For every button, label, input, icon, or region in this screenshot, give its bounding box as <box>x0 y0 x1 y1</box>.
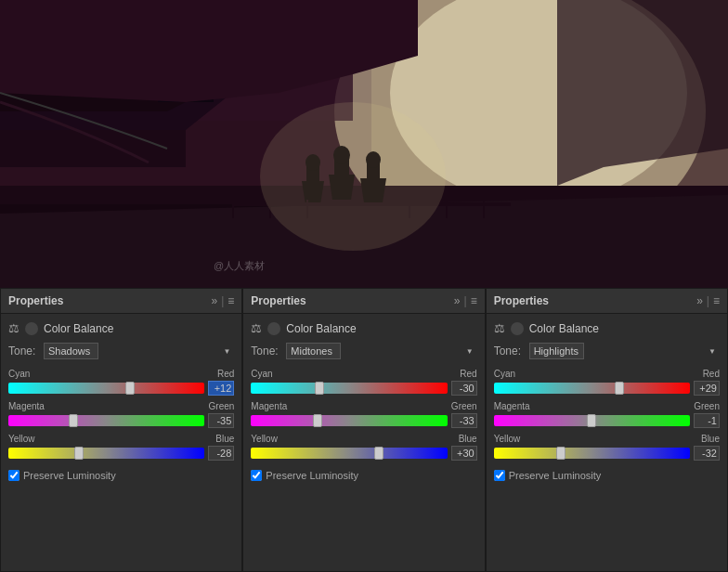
yellow-blue-track-2[interactable] <box>251 448 447 459</box>
cyan-red-row-2: Cyan Red -30 <box>251 369 476 396</box>
tone-row-3: Tone: Shadows Midtones Highlights <box>494 343 720 359</box>
yellow-blue-thumb-3[interactable] <box>556 447 566 460</box>
balance-icon-2: ⚖ <box>251 321 262 335</box>
cyan-red-thumb-2[interactable] <box>315 382 324 395</box>
magenta-label-1: Magenta <box>8 401 45 411</box>
cyan-red-track-3[interactable] <box>494 383 690 394</box>
preserve-row-1: Preserve Luminosity <box>8 470 234 481</box>
cyan-red-row-1: Cyan Red +12 <box>8 369 234 396</box>
preserve-label-3: Preserve Luminosity <box>509 470 602 481</box>
red-label-3: Red <box>703 369 720 379</box>
circle-icon-3 <box>511 322 524 335</box>
red-label-1: Red <box>217 369 234 379</box>
yellow-blue-row-3: Yellow Blue -32 <box>494 434 720 461</box>
balance-icon-3: ⚖ <box>494 321 505 335</box>
svg-rect-22 <box>483 200 485 218</box>
preserve-checkbox-2[interactable] <box>251 470 262 481</box>
magenta-green-thumb-1[interactable] <box>69 414 78 427</box>
panel-shadows-header: Properties » | ≡ <box>1 289 241 314</box>
magenta-green-slider-container-2: -33 <box>251 413 476 428</box>
cyan-red-thumb-1[interactable] <box>125 382 135 395</box>
yellow-blue-slider-container-2: +30 <box>251 446 476 461</box>
tone-label-3: Tone: <box>494 344 524 358</box>
cyan-red-slider-container-1: +12 <box>8 381 234 396</box>
balance-icon-1: ⚖ <box>8 321 20 335</box>
preserve-checkbox-1[interactable] <box>8 470 20 481</box>
preserve-row-2: Preserve Luminosity <box>251 470 476 481</box>
tone-select-wrapper-2: Shadows Midtones Highlights <box>286 343 476 359</box>
magenta-green-row-3: Magenta Green -1 <box>494 401 720 428</box>
cyan-red-row-3: Cyan Red +29 <box>494 369 720 396</box>
yellow-blue-value-2[interactable]: +30 <box>451 446 477 461</box>
yellow-blue-value-1[interactable]: -28 <box>208 446 234 461</box>
panel-highlights-header-icons: » | ≡ <box>696 294 720 307</box>
yellow-label-2: Yellow <box>251 434 278 444</box>
tone-select-3[interactable]: Shadows Midtones Highlights <box>529 343 584 359</box>
image-canvas: @人人素材 <box>0 0 728 288</box>
circle-icon-2 <box>267 322 280 335</box>
green-label-1: Green <box>209 401 235 411</box>
tone-label-2: Tone: <box>251 344 280 358</box>
yellow-blue-value-3[interactable]: -32 <box>694 446 720 461</box>
magenta-green-value-3[interactable]: -1 <box>694 413 720 428</box>
panel-midtones-header: Properties » | ≡ <box>243 289 484 314</box>
tone-row-1: Tone: Shadows Midtones Highlights <box>8 343 234 359</box>
yellow-blue-row-2: Yellow Blue +30 <box>251 434 476 461</box>
magenta-green-track-1[interactable] <box>8 415 204 426</box>
cyan-red-track-2[interactable] <box>251 383 447 394</box>
preserve-label-2: Preserve Luminosity <box>266 470 358 481</box>
cyan-red-value-1[interactable]: +12 <box>208 381 234 396</box>
magenta-green-slider-container-3: -1 <box>494 413 720 428</box>
expand-icon[interactable]: » <box>212 294 218 307</box>
preserve-checkbox-3[interactable] <box>494 470 505 481</box>
svg-rect-21 <box>446 200 448 218</box>
yellow-label-1: Yellow <box>8 434 35 444</box>
cyan-label-1: Cyan <box>8 369 30 379</box>
yellow-blue-track-1[interactable] <box>8 448 204 459</box>
magenta-green-thumb-2[interactable] <box>313 414 322 427</box>
menu-icon-2[interactable]: ≡ <box>471 294 477 307</box>
magenta-label-3: Magenta <box>494 401 530 411</box>
menu-icon-3[interactable]: ≡ <box>713 294 720 307</box>
panel-shadows-header-icons: » | ≡ <box>212 294 235 307</box>
expand-icon-3[interactable]: » <box>696 294 703 307</box>
cyan-red-thumb-3[interactable] <box>615 382 624 395</box>
yellow-blue-slider-container-3: -32 <box>494 446 720 461</box>
cyan-label-3: Cyan <box>494 369 515 379</box>
yellow-blue-track-3[interactable] <box>494 448 690 459</box>
tone-select-wrapper-3: Shadows Midtones Highlights <box>529 343 720 359</box>
color-balance-label-2: Color Balance <box>286 322 356 335</box>
panel-highlights-title: Properties <box>494 294 549 307</box>
color-balance-label-1: Color Balance <box>44 322 113 335</box>
magenta-green-row-1: Magenta Green -35 <box>8 401 234 428</box>
cyan-red-value-3[interactable]: +29 <box>694 381 720 396</box>
cyan-label-2: Cyan <box>251 369 272 379</box>
svg-rect-17 <box>232 200 234 218</box>
cyan-red-slider-container-3: +29 <box>494 381 720 396</box>
panel-midtones-header-icons: » | ≡ <box>454 294 477 307</box>
red-label-2: Red <box>460 369 476 379</box>
magenta-green-track-3[interactable] <box>494 415 690 426</box>
magenta-green-track-2[interactable] <box>251 415 447 426</box>
green-label-2: Green <box>451 401 477 411</box>
tone-select-2[interactable]: Shadows Midtones Highlights <box>286 343 341 359</box>
green-label-3: Green <box>694 401 720 411</box>
svg-point-23 <box>260 102 446 251</box>
magenta-green-thumb-3[interactable] <box>587 414 596 427</box>
panel-midtones-title: Properties <box>251 294 306 307</box>
magenta-green-value-1[interactable]: -35 <box>208 413 234 428</box>
yellow-blue-thumb-1[interactable] <box>74 447 84 460</box>
expand-icon-2[interactable]: » <box>454 294 461 307</box>
panel-highlights: Properties » | ≡ ⚖ Color Balance Tone: S… <box>486 288 728 572</box>
preserve-label-1: Preserve Luminosity <box>23 470 116 481</box>
cyan-red-value-2[interactable]: -30 <box>451 381 477 396</box>
menu-icon[interactable]: ≡ <box>228 294 234 307</box>
tone-select-1[interactable]: Shadows Midtones Highlights <box>44 343 98 359</box>
magenta-green-value-2[interactable]: -33 <box>451 413 477 428</box>
circle-icon-1 <box>25 322 38 335</box>
cyan-red-track-1[interactable] <box>8 383 204 394</box>
tone-row-2: Tone: Shadows Midtones Highlights <box>251 343 476 359</box>
blue-label-3: Blue <box>701 434 720 444</box>
yellow-blue-thumb-2[interactable] <box>374 447 384 460</box>
preserve-row-3: Preserve Luminosity <box>494 470 720 481</box>
